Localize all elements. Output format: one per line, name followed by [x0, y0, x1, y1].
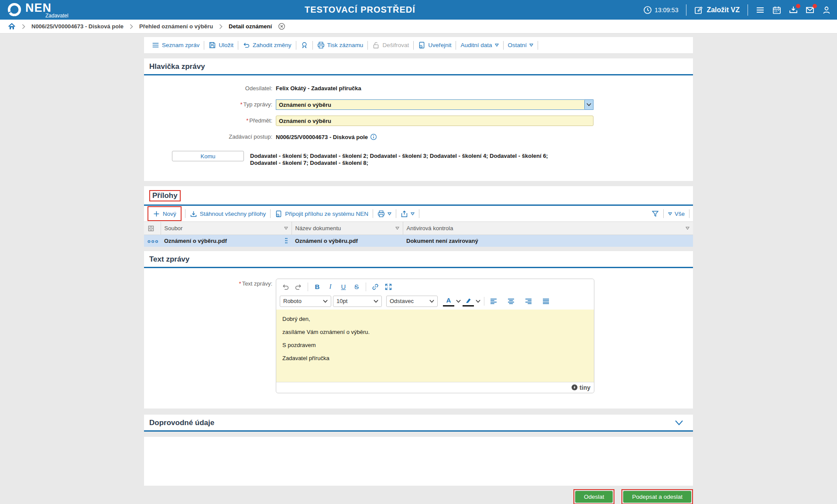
- link-button[interactable]: [370, 282, 381, 292]
- chevron-down-icon: [323, 300, 328, 303]
- text-color-button[interactable]: A: [443, 296, 454, 306]
- highlight-color-button[interactable]: [463, 296, 474, 306]
- column-filter-icon[interactable]: [395, 227, 399, 230]
- block-format-select[interactable]: Odstavec: [386, 296, 438, 307]
- decrypt-button[interactable]: Dešifrovat: [368, 41, 413, 49]
- antivirus-cell[interactable]: Dokument není zavirovaný: [403, 235, 693, 247]
- nen-logo-icon: [7, 2, 22, 17]
- document-name-cell[interactable]: Oznámení o výběru.pdf: [292, 235, 403, 247]
- table-row[interactable]: ooo Oznámení o výběru.pdf Oznámení o výb…: [144, 235, 693, 247]
- font-family-select[interactable]: Roboto: [280, 296, 331, 307]
- accompanying-data-body: [144, 437, 693, 486]
- column-filter-icon[interactable]: [284, 227, 288, 230]
- row-menu-cell[interactable]: ooo: [144, 235, 161, 247]
- align-left-button[interactable]: [488, 296, 499, 306]
- message-text-section: Text zprávy *Text zprávy: B I U S: [144, 251, 693, 409]
- message-type-select[interactable]: Oznámení o výběru: [276, 99, 593, 110]
- tiny-brand[interactable]: tiny: [580, 384, 590, 391]
- breadcrumb-item-overview[interactable]: Přehled oznámení o výběru: [139, 23, 213, 30]
- download-all-attachments-button[interactable]: Stáhnout všechny přílohy: [185, 210, 271, 218]
- chevron-right-icon: [219, 24, 223, 29]
- message-type-label: *Typ zprávy:: [144, 99, 272, 108]
- column-settings-icon: [148, 225, 154, 232]
- sign-and-send-button[interactable]: Podepsat a odeslat: [623, 491, 691, 503]
- info-icon[interactable]: [370, 133, 377, 140]
- filter-button[interactable]: [647, 210, 663, 218]
- save-button[interactable]: Uložit: [204, 41, 238, 49]
- bold-button[interactable]: B: [312, 282, 323, 292]
- column-header-antivirus[interactable]: Antivirová kontrola: [403, 222, 693, 235]
- message-text-content[interactable]: Dobrý den, zasíláme Vám oznámení o výběr…: [276, 310, 594, 382]
- to-recipients-button[interactable]: Komu: [172, 151, 244, 161]
- filter-all-menu[interactable]: Vše: [664, 211, 689, 217]
- create-vz-button[interactable]: Založit VZ: [694, 6, 740, 14]
- file-cell[interactable]: Oznámení o výběru.pdf: [161, 235, 292, 247]
- unlock-icon: [372, 41, 380, 49]
- column-filter-icon[interactable]: [686, 227, 689, 230]
- row-menu-icon[interactable]: ooo: [148, 238, 159, 244]
- new-attachment-button[interactable]: Nový: [153, 210, 176, 218]
- print-record-button[interactable]: Tisk záznamu: [313, 41, 368, 49]
- fullscreen-button[interactable]: [383, 282, 394, 292]
- column-header-file[interactable]: Soubor: [161, 222, 292, 235]
- divider: [686, 4, 686, 16]
- italic-button[interactable]: I: [325, 282, 336, 292]
- highlight-color-menu-icon[interactable]: [476, 300, 480, 303]
- align-right-button[interactable]: [523, 296, 534, 306]
- sign-and-send-button-annotation: Podepsat a odeslat: [621, 489, 693, 504]
- align-center-button[interactable]: [505, 296, 517, 306]
- undo-button[interactable]: [280, 282, 291, 292]
- font-size-select[interactable]: 10pt: [333, 296, 382, 307]
- environment-title: TESTOVACÍ PROSTŘEDÍ: [305, 0, 415, 20]
- editor-status-bar: tiny: [276, 382, 594, 393]
- send-button-annotation: Odeslat: [573, 489, 615, 504]
- print-attachments-menu[interactable]: [373, 210, 396, 218]
- certificate-button[interactable]: [296, 41, 312, 49]
- strikethrough-button[interactable]: S: [351, 282, 362, 292]
- clock-icon: [643, 6, 652, 14]
- undo-icon: [243, 41, 250, 49]
- text-color-menu-icon[interactable]: [456, 300, 461, 303]
- breadcrumb-item-detail[interactable]: Detail oznámení: [229, 23, 272, 30]
- drag-handle-icon[interactable]: [285, 237, 288, 244]
- send-button[interactable]: Odeslat: [575, 491, 613, 503]
- dropdown-arrow-button[interactable]: [584, 100, 593, 109]
- triangle-down-icon: [388, 212, 391, 215]
- collapse-chevron-icon[interactable]: [675, 420, 683, 426]
- attach-from-nen-button[interactable]: Připojit přílohu ze systému NEN: [271, 210, 373, 218]
- main-menu-button[interactable]: [756, 6, 765, 14]
- column-settings-header[interactable]: [144, 222, 161, 235]
- home-icon[interactable]: [8, 23, 16, 31]
- column-header-document-name[interactable]: Název dokumentu: [292, 222, 403, 235]
- audit-data-menu[interactable]: Auditní data: [456, 42, 503, 48]
- close-tab-icon[interactable]: [278, 23, 285, 30]
- breadcrumb-item-procedure[interactable]: N006/25/V00004673 - Disková pole: [31, 23, 123, 30]
- messages-button[interactable]: [806, 6, 814, 14]
- other-menu[interactable]: Ostatní: [504, 42, 538, 48]
- underline-button[interactable]: U: [338, 282, 349, 292]
- paragraph: zasíláme Vám oznámení o výběru.: [282, 329, 588, 336]
- nen-logo[interactable]: NEN Zadavatel: [0, 2, 69, 18]
- subject-input[interactable]: [276, 116, 593, 126]
- inbox-button[interactable]: [789, 6, 798, 14]
- new-attachment-annotation: Nový: [148, 206, 182, 221]
- tiny-logo-icon: [571, 384, 578, 391]
- list-icon: [152, 41, 159, 49]
- message-list-button[interactable]: Seznam zpráv: [148, 41, 204, 49]
- triangle-down-icon: [411, 212, 415, 215]
- top-header-bar: NEN Zadavatel TESTOVACÍ PROSTŘEDÍ 13:09:…: [0, 0, 837, 20]
- plus-icon: [153, 210, 160, 218]
- discard-changes-button[interactable]: Zahodit změny: [238, 41, 296, 49]
- floppy-icon: [209, 41, 216, 49]
- message-text-label: *Text zprávy:: [144, 279, 272, 287]
- redo-button[interactable]: [293, 282, 304, 292]
- user-icon: [822, 6, 831, 14]
- share-icon: [401, 210, 408, 218]
- export-attachments-menu[interactable]: [396, 210, 419, 218]
- publish-button[interactable]: Uveřejnit: [414, 41, 456, 49]
- chevron-down-icon: [587, 103, 591, 106]
- justify-button[interactable]: [540, 296, 552, 306]
- user-profile-button[interactable]: [822, 6, 831, 14]
- section-title-message-text: Text zprávy: [149, 255, 189, 264]
- calendar-button[interactable]: [772, 6, 781, 14]
